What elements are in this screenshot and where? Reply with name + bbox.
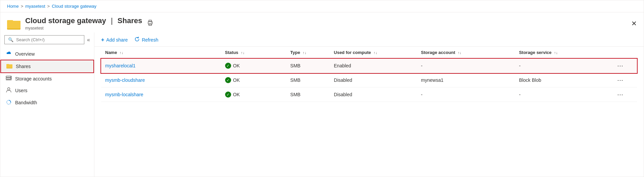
- toolbar: + Add share Refresh: [94, 33, 644, 47]
- cell-storage-service: -: [515, 59, 613, 73]
- cloud-icon: [6, 51, 12, 57]
- sort-icon-service: ↑↓: [554, 51, 558, 55]
- breadcrumb-sep-2: >: [47, 4, 50, 9]
- sidebar-item-overview[interactable]: Overview: [0, 48, 94, 60]
- cell-compute: Enabled: [330, 59, 417, 73]
- collapse-button[interactable]: «: [87, 37, 90, 43]
- status-text: OK: [233, 92, 240, 97]
- plus-icon: +: [101, 37, 104, 43]
- cell-actions[interactable]: ⋯: [613, 59, 637, 73]
- more-options-button[interactable]: ⋯: [617, 91, 624, 98]
- sidebar-item-shares[interactable]: Shares: [0, 60, 94, 73]
- folder-icon: [7, 17, 20, 30]
- search-icon: 🔍: [8, 37, 13, 42]
- breadcrumb-myasetest[interactable]: myasetest: [25, 4, 45, 9]
- page-title: Cloud storage gateway | Shares: [25, 16, 142, 25]
- col-header-service[interactable]: Storage service ↑↓: [515, 47, 613, 59]
- close-icon[interactable]: ✕: [631, 19, 637, 27]
- svg-point-13: [10, 76, 11, 77]
- print-icon[interactable]: [147, 19, 154, 28]
- more-options-button[interactable]: ⋯: [617, 77, 624, 83]
- cell-storage-service: -: [515, 87, 613, 102]
- title-text: Cloud storage gateway: [25, 16, 106, 25]
- cell-status: ✓OK: [221, 73, 287, 87]
- cell-status: ✓OK: [221, 87, 287, 102]
- cell-status: ✓OK: [221, 59, 287, 73]
- sidebar-item-storage[interactable]: Storage accounts: [0, 73, 94, 84]
- cell-storage-account: -: [417, 87, 515, 102]
- svg-rect-2: [7, 21, 20, 29]
- sidebar-item-users[interactable]: Users: [0, 84, 94, 97]
- cell-name: mysharelocal1: [101, 59, 221, 73]
- title-divider: |: [111, 16, 115, 25]
- page-header: Cloud storage gateway | Shares myasetest…: [0, 12, 644, 33]
- storage-icon: [6, 76, 12, 82]
- col-header-status[interactable]: Status ↑↓: [221, 47, 287, 59]
- cell-compute: Disabled: [330, 73, 417, 87]
- sort-icon-type: ↑↓: [303, 51, 306, 55]
- cell-compute: Disabled: [330, 87, 417, 102]
- col-header-type[interactable]: Type ↑↓: [286, 47, 330, 59]
- page-container: Home > myasetest > Cloud storage gateway…: [0, 0, 644, 177]
- col-header-actions: [613, 47, 637, 59]
- svg-point-14: [10, 78, 11, 79]
- svg-rect-12: [6, 79, 11, 80]
- search-wrap: 🔍: [4, 35, 84, 44]
- sidebar-item-bandwidth-label: Bandwidth: [15, 100, 37, 105]
- status-ok: ✓OK: [225, 77, 283, 83]
- status-ok: ✓OK: [225, 63, 283, 69]
- sidebar-item-bandwidth[interactable]: Bandwidth: [0, 97, 94, 109]
- sidebar: 🔍 « Overview: [0, 33, 94, 177]
- shares-folder-icon: [6, 63, 12, 70]
- more-options-button[interactable]: ⋯: [617, 62, 624, 69]
- cell-storage-account: mynewsa1: [417, 73, 515, 87]
- cell-type: SMB: [286, 59, 330, 73]
- ok-icon: ✓: [225, 77, 231, 83]
- breadcrumb-home[interactable]: Home: [7, 4, 19, 9]
- bandwidth-icon: [6, 99, 12, 106]
- col-header-compute[interactable]: Used for compute ↑↓: [330, 47, 417, 59]
- svg-rect-4: [149, 24, 152, 25]
- cell-type: SMB: [286, 73, 330, 87]
- sidebar-item-shares-label: Shares: [16, 64, 31, 69]
- search-input[interactable]: [16, 37, 81, 42]
- cell-name: mysmb-localshare: [101, 87, 221, 102]
- col-header-name[interactable]: Name ↑↓: [101, 47, 221, 59]
- table-row[interactable]: mysmb-localshare✓OKSMBDisabled--⋯: [101, 87, 637, 102]
- breadcrumb: Home > myasetest > Cloud storage gateway: [0, 0, 644, 12]
- table-row[interactable]: mysmb-cloudshare✓OKSMBDisabledmynewsa1Bl…: [101, 73, 637, 87]
- add-share-button[interactable]: + Add share: [101, 37, 128, 43]
- sort-icon-name: ↑↓: [120, 51, 123, 55]
- sort-icon-compute: ↑↓: [374, 51, 377, 55]
- table-header-row: Name ↑↓ Status ↑↓ Type ↑↓: [101, 47, 637, 59]
- sort-icon-status: ↑↓: [241, 51, 245, 55]
- header-title-area: Cloud storage gateway | Shares myasetest: [25, 16, 142, 31]
- cell-actions[interactable]: ⋯: [613, 87, 637, 102]
- section-text: Shares: [118, 16, 142, 25]
- ok-icon: ✓: [225, 63, 231, 69]
- status-text: OK: [233, 63, 240, 68]
- main-layout: 🔍 « Overview: [0, 33, 644, 177]
- cell-name: mysmb-cloudshare: [101, 73, 221, 87]
- shares-table: Name ↑↓ Status ↑↓ Type ↑↓: [101, 47, 637, 102]
- breadcrumb-current[interactable]: Cloud storage gateway: [52, 4, 96, 9]
- header-left: Cloud storage gateway | Shares myasetest: [7, 16, 154, 31]
- refresh-icon: [134, 37, 140, 43]
- table-row[interactable]: mysharelocal1✓OKSMBEnabled--⋯: [101, 59, 637, 73]
- ok-icon: ✓: [225, 92, 231, 98]
- cell-storage-service: Block Blob: [515, 73, 613, 87]
- refresh-label: Refresh: [142, 37, 158, 43]
- col-header-storage[interactable]: Storage account ↑↓: [417, 47, 515, 59]
- svg-rect-5: [149, 20, 152, 22]
- cell-storage-account: -: [417, 59, 515, 73]
- svg-point-6: [152, 22, 152, 23]
- refresh-button[interactable]: Refresh: [134, 37, 158, 43]
- svg-point-15: [8, 88, 10, 90]
- status-ok: ✓OK: [225, 92, 283, 98]
- add-share-label: Add share: [106, 37, 128, 43]
- content-area: + Add share Refresh: [94, 33, 644, 177]
- sidebar-item-storage-label: Storage accounts: [15, 76, 52, 81]
- cell-actions[interactable]: ⋯: [613, 73, 637, 87]
- header-subtitle: myasetest: [25, 26, 142, 31]
- table-area: Name ↑↓ Status ↑↓ Type ↑↓: [94, 47, 644, 102]
